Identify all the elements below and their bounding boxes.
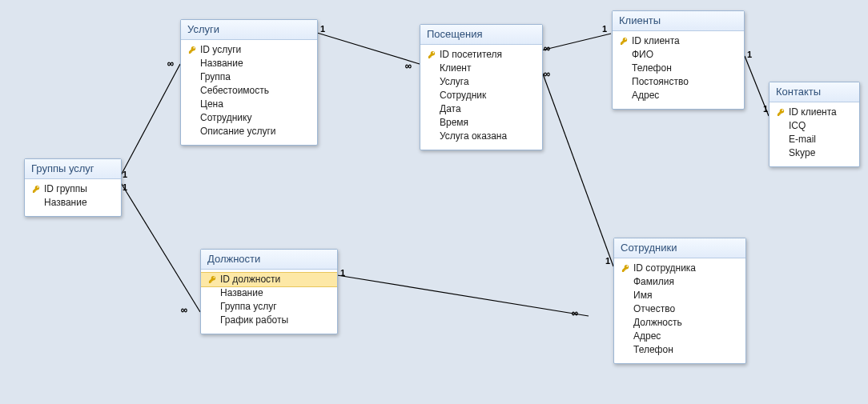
er-diagram-canvas[interactable]: 1 ∞ 1 ∞ 1 ∞ ∞ 1 1 1 ∞ 1 1 ∞ Группы услуг…: [0, 0, 868, 404]
multiplicity-many: ∞: [167, 58, 172, 70]
entity-body: ID посетителяКлиентУслугаСотрудникДатаВр…: [420, 45, 542, 150]
field-row[interactable]: Время: [420, 116, 542, 130]
multiplicity-many: ∞: [544, 42, 549, 54]
field-row[interactable]: Адрес: [613, 89, 744, 102]
multiplicity-one: 1: [123, 170, 127, 179]
field-row[interactable]: Название: [181, 57, 317, 70]
multiplicity-one: 1: [747, 50, 752, 59]
field-row[interactable]: Skype: [770, 146, 859, 160]
field-row[interactable]: Сотрудник: [420, 89, 542, 102]
entity-title[interactable]: Контакты: [770, 82, 859, 102]
entity-title[interactable]: Клиенты: [613, 11, 744, 31]
entity-body: ID сотрудникаФамилияИмяОтчествоДолжность…: [614, 258, 745, 363]
field-row[interactable]: Услуга оказана: [420, 130, 542, 143]
multiplicity-one: 1: [763, 104, 768, 114]
field-row[interactable]: Сотруднику: [181, 111, 317, 125]
entity-services[interactable]: УслугиID услугиНазваниеГруппаСебестоимос…: [180, 19, 318, 146]
field-label: E-mail: [787, 134, 816, 146]
multiplicity-many: ∞: [572, 307, 577, 319]
primary-key-icon: [186, 46, 199, 54]
entity-clients[interactable]: КлиентыID клиентаФИОТелефонПостоянствоАд…: [612, 10, 745, 110]
multiplicity-many: ∞: [181, 304, 186, 316]
field-row[interactable]: Описание услуги: [181, 125, 317, 138]
field-row[interactable]: ID группы: [25, 182, 121, 196]
field-label: ID клиента: [630, 35, 680, 47]
entity-body: ID клиентаICQE-mailSkype: [770, 102, 859, 166]
field-label: Адрес: [630, 90, 659, 102]
field-row[interactable]: Услуга: [420, 75, 542, 89]
field-row[interactable]: ICQ: [770, 119, 859, 133]
field-row[interactable]: Телефон: [613, 62, 744, 75]
entity-body: ID группыНазвание: [25, 179, 121, 216]
field-row[interactable]: Фамилия: [614, 275, 745, 289]
field-row[interactable]: Группа услуг: [201, 300, 337, 314]
field-row[interactable]: Название: [25, 196, 121, 210]
entity-title[interactable]: Сотрудники: [614, 238, 745, 258]
field-row[interactable]: Себестоимость: [181, 84, 317, 98]
primary-key-icon: [774, 108, 787, 117]
field-row[interactable]: ФИО: [613, 48, 744, 62]
field-label: Группа услуг: [219, 301, 277, 313]
field-label: ICQ: [787, 120, 806, 132]
entity-staff[interactable]: СотрудникиID сотрудникаФамилияИмяОтчеств…: [613, 238, 746, 364]
multiplicity-one: 1: [320, 24, 325, 34]
field-label: Skype: [787, 147, 815, 159]
field-label: Себестоимость: [199, 85, 269, 97]
field-label: Дата: [438, 103, 461, 115]
field-label: Группа: [199, 71, 231, 83]
field-label: Название: [219, 287, 263, 299]
field-label: Телефон: [632, 344, 673, 356]
field-label: Название: [42, 197, 87, 209]
field-label: Название: [199, 58, 243, 70]
entity-title[interactable]: Должности: [201, 250, 337, 270]
field-label: Цена: [199, 98, 223, 110]
field-row[interactable]: Должность: [614, 316, 745, 330]
field-label: Постоянство: [630, 76, 689, 88]
field-label: Услуга: [438, 76, 469, 88]
multiplicity-one: 1: [340, 268, 345, 278]
field-row[interactable]: Цена: [181, 98, 317, 111]
field-row[interactable]: Адрес: [614, 330, 745, 343]
entity-visits[interactable]: ПосещенияID посетителяКлиентУслугаСотруд…: [420, 24, 543, 150]
field-label: График работы: [219, 314, 288, 326]
entity-title[interactable]: Группы услуг: [25, 159, 121, 179]
field-label: Телефон: [630, 62, 672, 74]
field-label: ID клиента: [787, 106, 837, 118]
field-row[interactable]: ID должности: [201, 272, 337, 287]
entity-positions[interactable]: ДолжностиID должностиНазваниеГруппа услу…: [200, 249, 338, 334]
field-label: ID услуги: [199, 44, 241, 56]
entity-body: ID услугиНазваниеГруппаСебестоимостьЦена…: [181, 40, 317, 145]
field-row[interactable]: ID услуги: [181, 43, 317, 57]
field-label: Сотрудник: [438, 90, 486, 102]
field-row[interactable]: График работы: [201, 314, 337, 327]
entity-title[interactable]: Услуги: [181, 20, 317, 40]
field-row[interactable]: E-mail: [770, 133, 859, 146]
field-label: Время: [438, 117, 468, 129]
field-row[interactable]: ID клиента: [770, 106, 859, 119]
field-row[interactable]: Клиент: [420, 62, 542, 75]
field-row[interactable]: Группа: [181, 70, 317, 84]
field-label: Фамилия: [632, 276, 674, 288]
entity-groups[interactable]: Группы услугID группыНазвание: [24, 158, 122, 217]
field-row[interactable]: Дата: [420, 102, 542, 116]
field-row[interactable]: ID клиента: [613, 34, 744, 48]
primary-key-icon: [425, 50, 438, 59]
field-label: ID группы: [42, 183, 87, 195]
field-row[interactable]: ID посетителя: [420, 48, 542, 62]
field-row[interactable]: Название: [201, 286, 337, 300]
field-label: ФИО: [630, 49, 653, 61]
field-row[interactable]: ID сотрудника: [614, 262, 745, 275]
multiplicity-one: 1: [605, 256, 610, 266]
field-label: ID сотрудника: [632, 262, 696, 274]
field-row[interactable]: Телефон: [614, 343, 745, 357]
primary-key-icon: [617, 37, 630, 46]
field-label: Клиент: [438, 62, 472, 74]
field-label: Должность: [632, 317, 682, 329]
entity-title[interactable]: Посещения: [420, 25, 542, 45]
field-row[interactable]: Отчество: [614, 302, 745, 316]
entity-contacts[interactable]: КонтактыID клиентаICQE-mailSkype: [769, 82, 860, 167]
field-row[interactable]: Имя: [614, 289, 745, 302]
entity-body: ID должностиНазваниеГруппа услугГрафик р…: [201, 270, 337, 334]
field-label: ID должности: [219, 274, 280, 286]
field-row[interactable]: Постоянство: [613, 75, 744, 89]
